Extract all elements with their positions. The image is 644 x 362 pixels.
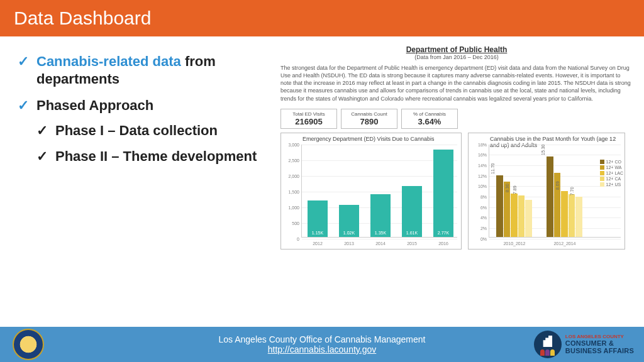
bullet-1-highlight: Cannabis-related data	[36, 53, 181, 69]
dcba-text: LOS ANGELES COUNTY CONSUMER & BUSINESS A…	[565, 334, 634, 355]
page-title: Data Dashboard	[14, 8, 151, 29]
bullet-panel: Cannabis-related data from departments P…	[0, 36, 277, 327]
chart-legend: 12+ CO12+ WA12+ LAC12+ CA12+ US	[600, 160, 623, 188]
footer: Los Angeles County Office of Cannabis Ma…	[0, 327, 644, 362]
la-county-seal-icon	[13, 329, 44, 360]
dcba-l2: BUSINESS AFFAIRS	[565, 347, 634, 354]
bullet-1: Cannabis-related data from departments	[18, 53, 270, 88]
dcba-top: LOS ANGELES COUNTY	[565, 334, 634, 340]
dcba-badge: LOS ANGELES COUNTY CONSUMER & BUSINESS A…	[534, 331, 634, 358]
stat-value: 3.64%	[408, 117, 451, 126]
bullet-2b: Phase II – Theme development	[36, 148, 270, 165]
bullet-2: Phased Approach Phase I – Data collectio…	[18, 97, 270, 165]
stat-card: % of Cannabis 3.64%	[401, 109, 458, 129]
dashboard-panel: Department of Public Health (Data from J…	[277, 36, 644, 327]
stat-label: % of Cannabis	[408, 111, 451, 117]
footer-org: Los Angeles County Office of Cannabis Ma…	[219, 334, 426, 344]
stat-label: Cannabis Count	[348, 111, 391, 117]
stat-card: Cannabis Count 7890	[341, 109, 397, 129]
footer-center: Los Angeles County Office of Cannabis Ma…	[219, 334, 426, 354]
footer-link[interactable]: http://cannabis.lacounty.gov	[268, 344, 377, 354]
bullet-2a: Phase I – Data collection	[36, 122, 270, 140]
dph-paragraph: The strongest data for the Department of…	[280, 64, 633, 102]
chart-row: Emergency Department (ED) Visits Due to …	[280, 133, 633, 250]
chart-cannabis-use: Cannabis Use in the Past Month for Youth…	[468, 133, 625, 250]
dph-subtitle: (Data from Jan 2016 – Dec 2016)	[280, 54, 633, 60]
bullet-2-text: Phased Approach	[36, 97, 153, 113]
title-bar: Data Dashboard	[0, 0, 644, 36]
stat-value: 216905	[287, 117, 330, 126]
stat-label: Total ED Visits	[287, 111, 330, 117]
slide-body: Cannabis-related data from departments P…	[0, 36, 644, 327]
chart-ed-visits: Emergency Department (ED) Visits Due to …	[280, 133, 462, 250]
chart-plot: 0%2%4%6%8%10%12%14%16%18%11.708.307.8920…	[489, 145, 621, 238]
dcba-logo-icon	[534, 331, 562, 358]
stat-card: Total ED Visits 216905	[280, 109, 337, 129]
stat-row: Total ED Visits 216905 Cannabis Count 78…	[280, 109, 633, 129]
dph-title: Department of Public Health	[280, 45, 633, 54]
stat-value: 7890	[348, 117, 391, 126]
dcba-l1: CONSUMER &	[565, 339, 634, 347]
chart-plot: 05001,0001,5002,0002,5003,0001.15K20121.…	[301, 145, 457, 238]
chart-title: Emergency Department (ED) Visits Due to …	[285, 136, 457, 143]
